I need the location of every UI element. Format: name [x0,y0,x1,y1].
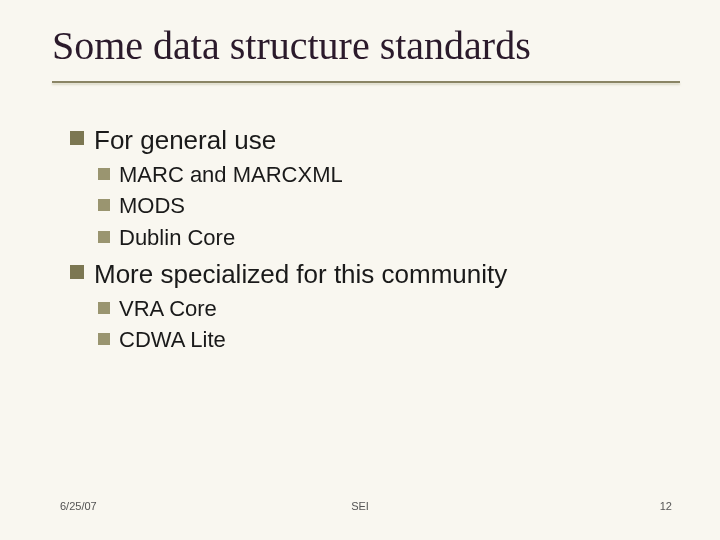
square-bullet-icon [98,168,110,180]
bullet-level2: Dublin Core [98,224,660,253]
bullet-level2: MARC and MARCXML [98,161,660,190]
footer-page-number: 12 [660,500,672,512]
bullet-level2: VRA Core [98,295,660,324]
bullet-text: Dublin Core [119,224,235,253]
bullet-text: MODS [119,192,185,221]
bullet-level2: CDWA Lite [98,326,660,355]
bullet-text: For general use [94,124,276,157]
slide-title: Some data structure standards [52,22,680,81]
square-bullet-icon [98,333,110,345]
square-bullet-icon [70,265,84,279]
bullet-text: More specialized for this community [94,258,507,291]
bullet-level1: For general use [70,124,660,157]
square-bullet-icon [98,302,110,314]
title-block: Some data structure standards [52,22,680,83]
square-bullet-icon [98,199,110,211]
bullet-level1: More specialized for this community [70,258,660,291]
square-bullet-icon [98,231,110,243]
square-bullet-icon [70,131,84,145]
bullet-text: CDWA Lite [119,326,226,355]
footer-center: SEI [0,500,720,512]
slide: Some data structure standards For genera… [0,0,720,540]
bullet-level2: MODS [98,192,660,221]
slide-body: For general use MARC and MARCXML MODS Du… [70,118,660,358]
bullet-text: MARC and MARCXML [119,161,343,190]
bullet-text: VRA Core [119,295,217,324]
title-underline [52,81,680,83]
slide-footer: 6/25/07 SEI 12 [0,500,720,518]
